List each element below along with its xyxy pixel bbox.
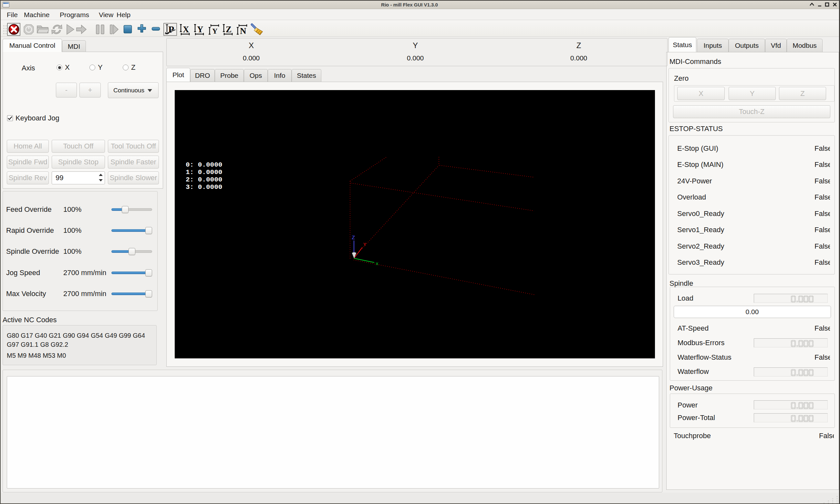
svg-text:P: P [168, 24, 174, 35]
svg-text:N: N [240, 26, 246, 36]
svg-text:3: 0.0000: 3: 0.0000 [186, 183, 222, 191]
svg-text:Z: Z [226, 24, 232, 34]
svg-text:Y: Y [197, 24, 203, 34]
svg-text:2: 0.0000: 2: 0.0000 [186, 176, 222, 183]
svg-text:Y: Y [212, 27, 218, 35]
svg-text:Z: Z [352, 235, 355, 241]
svg-text:Y: Y [363, 242, 366, 248]
svg-text:X: X [183, 24, 189, 34]
svg-text:1: 0.0000: 1: 0.0000 [186, 168, 222, 176]
svg-text:x: x [376, 261, 378, 267]
svg-text:0: 0.0000: 0: 0.0000 [186, 161, 222, 168]
